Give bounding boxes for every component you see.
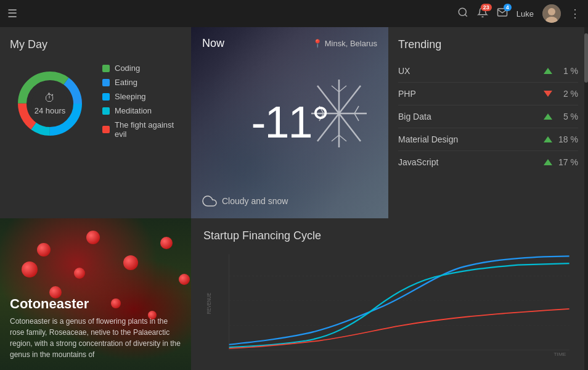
fight-label: The fight against evil — [115, 120, 181, 139]
nav-right: 23 4 Luke ⋮ — [457, 4, 581, 23]
trending-title: Trending — [398, 38, 578, 51]
scrollbar[interactable] — [584, 27, 588, 370]
legend-item-fight: The fight against evil — [102, 120, 181, 139]
topnav: ☰ 23 4 Luke ⋮ — [0, 0, 588, 27]
trending-name-php: PHP — [398, 89, 537, 99]
eating-label: Eating — [115, 78, 137, 87]
fight-dot — [102, 126, 110, 133]
trending-row-ux: UX 1 % — [398, 60, 578, 83]
trending-row-php: PHP 2 % — [398, 83, 578, 105]
more-options-button[interactable]: ⋮ — [570, 7, 581, 20]
trend-up-icon-ux — [544, 68, 552, 74]
cloud-icon — [202, 194, 217, 208]
sleeping-dot — [102, 93, 110, 101]
temperature-display: -11° — [251, 97, 329, 147]
chart-svg: REVENUE TIME — [203, 249, 576, 358]
legend: Coding Eating Sleeping Meditation The fi… — [102, 64, 181, 144]
weather-location: 📍 Minsk, Belarus — [312, 39, 377, 48]
weather-content: Now 📍 Minsk, Belarus -11° Cloudy and sno… — [191, 27, 388, 218]
weather-card: Now 📍 Minsk, Belarus -11° Cloudy and sno… — [191, 27, 388, 218]
username-label: Luke — [517, 9, 534, 18]
donut-chart: ⏱ 24 hours — [10, 64, 90, 144]
sleeping-label: Sleeping — [115, 92, 146, 101]
trend-down-icon-php — [544, 91, 552, 97]
scrollbar-thumb[interactable] — [584, 33, 588, 83]
condition-text: Cloudy and snow — [222, 196, 288, 206]
my-day-title: My Day — [10, 38, 181, 51]
y-axis-label: REVENUE — [206, 293, 213, 314]
cotoneaster-card: Cotoneaster Cotoneaster is a genus of fl… — [0, 218, 191, 370]
chart-line-red — [229, 309, 570, 348]
legend-item-coding: Coding — [102, 64, 181, 73]
trending-list: UX 1 % PHP 2 % Big Data 5 % Material Des… — [398, 60, 578, 173]
trending-row-bigdata: Big Data 5 % — [398, 105, 578, 128]
legend-item-sleeping: Sleeping — [102, 92, 181, 101]
hamburger-icon[interactable]: ☰ — [7, 7, 17, 20]
main-content: My Day ⏱ 24 hours — [0, 27, 588, 370]
chart-line-blue — [229, 256, 570, 344]
location-pin-icon: 📍 — [312, 39, 322, 48]
hours-label: 24 hours — [35, 106, 66, 115]
bell-badge: 23 — [481, 4, 492, 11]
mail-badge: 4 — [504, 4, 512, 11]
mail-button[interactable]: 4 — [497, 7, 508, 21]
legend-item-eating: Eating — [102, 78, 181, 87]
financing-title: Startup Financing Cycle — [203, 229, 576, 242]
avatar[interactable] — [542, 4, 561, 23]
weather-header: Now 📍 Minsk, Belarus — [202, 37, 377, 50]
cotoneaster-text: Cotoneaster Cotoneaster is a genus of fl… — [10, 296, 181, 360]
now-title: Now — [202, 37, 224, 50]
svg-point-3 — [548, 8, 555, 15]
trending-name-bigdata: Big Data — [398, 112, 537, 121]
search-button[interactable] — [457, 7, 468, 21]
meditation-label: Meditation — [115, 106, 152, 115]
trend-up-icon-materialdesign — [544, 136, 552, 142]
coding-label: Coding — [115, 64, 140, 73]
trending-pct-ux: 1 % — [558, 66, 578, 76]
trending-row-javascript: JavaScript 17 % — [398, 151, 578, 173]
eating-dot — [102, 79, 110, 86]
my-day-content: ⏱ 24 hours Coding Eating Sleeping — [10, 64, 181, 144]
x-axis-label: TIME — [554, 352, 566, 357]
donut-center: ⏱ 24 hours — [35, 92, 66, 115]
trending-name-materialdesign: Material Design — [398, 134, 537, 144]
financing-chart: REVENUE TIME — [203, 249, 576, 358]
weather-condition: Cloudy and snow — [202, 194, 377, 208]
trend-up-icon-bigdata — [544, 113, 552, 120]
clock-icon: ⏱ — [35, 92, 66, 105]
trending-pct-php: 2 % — [558, 89, 578, 99]
trending-pct-materialdesign: 18 % — [558, 134, 578, 144]
trending-row-materialdesign: Material Design 18 % — [398, 128, 578, 151]
cotoneaster-name: Cotoneaster — [10, 296, 181, 312]
cotoneaster-description: Cotoneaster is a genus of flowering plan… — [10, 316, 181, 360]
my-day-card: My Day ⏱ 24 hours — [0, 27, 191, 218]
financing-card: Startup Financing Cycle REVENUE TIME — [191, 218, 588, 370]
trend-up-icon-javascript — [544, 159, 552, 165]
meditation-dot — [102, 107, 110, 115]
nav-left: ☰ — [7, 7, 17, 20]
svg-point-0 — [459, 8, 466, 15]
cotoneaster-content: Cotoneaster Cotoneaster is a genus of fl… — [0, 218, 191, 370]
trending-card: Trending UX 1 % PHP 2 % Big Data 5 % Mat… — [388, 27, 588, 218]
legend-item-meditation: Meditation — [102, 106, 181, 115]
trending-name-ux: UX — [398, 66, 537, 76]
notifications-button[interactable]: 23 — [477, 7, 488, 21]
trending-name-javascript: JavaScript — [398, 157, 537, 167]
trending-pct-bigdata: 5 % — [558, 112, 578, 121]
trending-pct-javascript: 17 % — [558, 157, 578, 167]
svg-line-1 — [465, 14, 467, 16]
coding-dot — [102, 65, 110, 72]
